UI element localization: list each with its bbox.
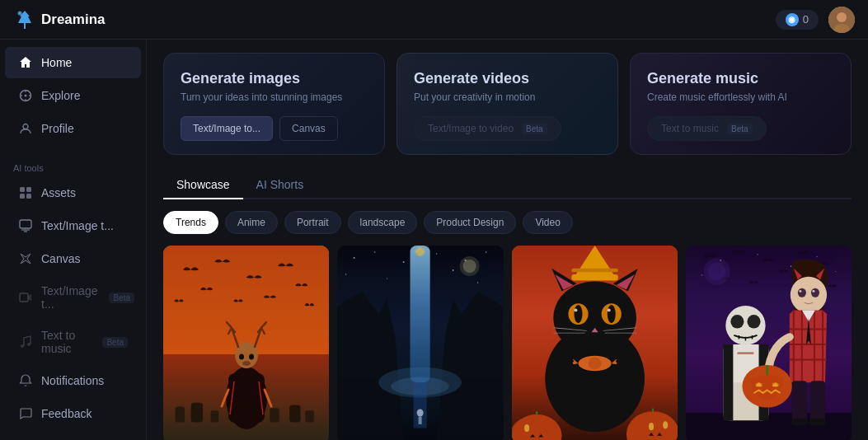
image-card-waterfall[interactable] bbox=[337, 246, 503, 440]
hero-music-title: Generate music bbox=[647, 70, 834, 87]
svg-point-5 bbox=[25, 95, 27, 97]
image-card-halloween[interactable] bbox=[686, 246, 852, 440]
logo-icon bbox=[13, 8, 36, 31]
sidebar-item-notifications[interactable]: Notifications bbox=[5, 365, 141, 396]
canvas-icon bbox=[18, 251, 33, 266]
sidebar-item-label: Explore bbox=[41, 89, 80, 102]
sidebar-item-text-image[interactable]: Text/Image t... bbox=[5, 210, 141, 241]
filter-landscape[interactable]: landscape bbox=[348, 211, 418, 234]
svg-rect-15 bbox=[20, 220, 31, 228]
text-image-icon bbox=[18, 218, 33, 233]
sidebar-item-profile[interactable]: Profile bbox=[5, 113, 141, 144]
svg-point-10 bbox=[23, 124, 28, 129]
card-overlay bbox=[686, 246, 852, 440]
svg-rect-12 bbox=[26, 187, 31, 192]
sidebar-item-label: Home bbox=[41, 56, 72, 69]
beta-badge-music: Beta bbox=[102, 337, 128, 348]
svg-point-0 bbox=[18, 11, 22, 15]
home-icon bbox=[18, 55, 33, 70]
sidebar-item-assets[interactable]: Assets bbox=[5, 177, 141, 208]
text-to-music-button[interactable]: Text to music Beta bbox=[647, 116, 767, 141]
image-grid bbox=[163, 246, 852, 440]
image-card-deer[interactable] bbox=[163, 246, 329, 440]
svg-rect-13 bbox=[20, 194, 25, 199]
feedback-icon bbox=[18, 406, 33, 421]
showcase-tabs: Showcase AI Shorts bbox=[163, 171, 852, 199]
hero-card-videos: Generate videos Put your creativity in m… bbox=[396, 53, 618, 155]
sidebar-item-label: Profile bbox=[41, 122, 74, 135]
sidebar-item-text-image-video[interactable]: Text/Image t... Beta bbox=[5, 276, 141, 319]
coins-count: 0 bbox=[803, 13, 809, 26]
beta-badge-music: Beta bbox=[727, 124, 753, 134]
text-image-video-button[interactable]: Text/Image to video Beta bbox=[414, 116, 561, 141]
svg-rect-14 bbox=[26, 194, 31, 199]
beta-badge: Beta bbox=[522, 124, 547, 134]
main-content: Generate images Turn your ideas into stu… bbox=[147, 40, 868, 440]
card-overlay bbox=[163, 246, 329, 440]
filter-product-design[interactable]: Product Design bbox=[424, 211, 516, 234]
top-navigation: Dreamina ◉ 0 bbox=[0, 0, 868, 40]
sidebar-item-canvas[interactable]: Canvas bbox=[5, 243, 141, 274]
coins-badge[interactable]: ◉ 0 bbox=[776, 10, 819, 30]
coin-icon: ◉ bbox=[786, 13, 799, 26]
hero-images-subtitle: Turn your ideas into stunning images bbox=[181, 91, 368, 103]
tab-showcase[interactable]: Showcase bbox=[163, 171, 243, 199]
sidebar-item-label: Notifications bbox=[41, 374, 104, 387]
text-image-button[interactable]: Text/Image to... bbox=[181, 116, 273, 141]
assets-icon bbox=[18, 185, 33, 200]
profile-icon bbox=[18, 121, 33, 136]
filter-pills: Trends Anime Portrait landscape Product … bbox=[163, 211, 852, 234]
sidebar-item-label: Text/Image t... bbox=[41, 284, 97, 311]
sidebar-item-invite[interactable]: Invite bbox=[5, 431, 141, 440]
sidebar-section-ai-tools: AI tools bbox=[0, 158, 146, 176]
hero-videos-subtitle: Put your creativity in motion bbox=[414, 91, 601, 103]
card-overlay bbox=[337, 246, 503, 440]
hero-card-images: Generate images Turn your ideas into stu… bbox=[163, 53, 385, 155]
sidebar-item-label: Feedback bbox=[41, 407, 91, 420]
tab-ai-shorts[interactable]: AI Shorts bbox=[243, 171, 317, 199]
canvas-button[interactable]: Canvas bbox=[279, 116, 338, 141]
text-image-video-label: Text/Image to video bbox=[428, 123, 514, 134]
hero-card-music: Generate music Create music effortlessly… bbox=[630, 53, 852, 155]
sidebar-item-home[interactable]: Home bbox=[5, 47, 141, 78]
filter-trends[interactable]: Trends bbox=[163, 211, 218, 234]
hero-videos-buttons: Text/Image to video Beta bbox=[414, 116, 601, 141]
hero-cards: Generate images Turn your ideas into stu… bbox=[163, 53, 852, 155]
bell-icon bbox=[18, 373, 33, 388]
app-logo[interactable]: Dreamina bbox=[13, 8, 105, 31]
sidebar-item-feedback[interactable]: Feedback bbox=[5, 398, 141, 429]
hero-music-subtitle: Create music effortlessly with AI bbox=[647, 91, 834, 103]
svg-rect-11 bbox=[20, 187, 25, 192]
filter-portrait[interactable]: Portrait bbox=[284, 211, 341, 234]
hero-music-buttons: Text to music Beta bbox=[647, 116, 834, 141]
topnav-right: ◉ 0 bbox=[776, 7, 855, 33]
svg-rect-18 bbox=[20, 293, 28, 302]
text-to-music-label: Text to music bbox=[661, 123, 719, 134]
sidebar-item-label: Text to music bbox=[41, 329, 91, 355]
sidebar-item-text-music[interactable]: Text to music Beta bbox=[5, 321, 141, 363]
sidebar-item-explore[interactable]: Explore bbox=[5, 80, 141, 111]
sidebar-item-label: Assets bbox=[41, 186, 76, 199]
explore-icon bbox=[18, 88, 33, 103]
hero-images-title: Generate images bbox=[181, 70, 368, 87]
video-icon bbox=[18, 290, 33, 305]
image-card-cat[interactable] bbox=[512, 246, 678, 440]
sidebar-item-label: Text/Image t... bbox=[41, 219, 114, 232]
sidebar-item-label: Canvas bbox=[41, 252, 80, 265]
card-overlay bbox=[512, 246, 678, 440]
hero-images-buttons: Text/Image to... Canvas bbox=[181, 116, 368, 141]
music-icon bbox=[18, 335, 33, 349]
app-name: Dreamina bbox=[41, 12, 105, 28]
beta-badge-video: Beta bbox=[109, 293, 134, 303]
hero-videos-title: Generate videos bbox=[414, 70, 601, 87]
filter-anime[interactable]: Anime bbox=[225, 211, 278, 234]
avatar[interactable] bbox=[828, 7, 855, 33]
filter-video[interactable]: Video bbox=[523, 211, 572, 234]
sidebar: Home Explore Pro bbox=[0, 40, 147, 440]
svg-point-2 bbox=[837, 12, 847, 22]
